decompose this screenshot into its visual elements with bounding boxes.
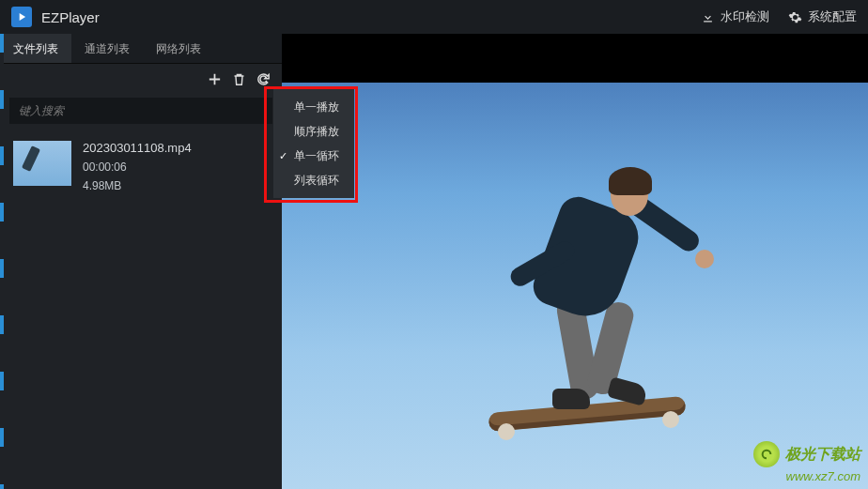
refresh-button[interactable]	[254, 69, 272, 88]
watermark-url: www.xz7.com	[753, 469, 860, 483]
tab-file-list[interactable]: 文件列表	[0, 34, 71, 63]
watermark-detect-button[interactable]: 水印检测	[701, 8, 769, 25]
system-config-button[interactable]: 系统配置	[788, 8, 857, 25]
file-thumbnail	[13, 141, 71, 186]
search-container	[9, 98, 272, 124]
file-duration: 00:00:06	[83, 160, 192, 174]
watermark-detect-label: 水印检测	[721, 8, 769, 25]
app-logo	[11, 7, 32, 27]
titlebar: EZPlayer 水印检测 系统配置	[0, 0, 868, 34]
tab-network-list[interactable]: 网络列表	[143, 34, 214, 63]
delete-button[interactable]	[229, 69, 248, 88]
search-input[interactable]	[9, 98, 272, 124]
system-config-label: 系统配置	[808, 8, 857, 25]
sidebar-toolbar	[0, 64, 282, 94]
main-area: 文件列表 通道列表 网络列表 202303011108.mp4 00:00	[0, 34, 868, 489]
file-list: 202303011108.mp4 00:00:06 4.98MB	[0, 133, 282, 200]
arrow-swirl-icon	[759, 447, 774, 462]
add-button[interactable]	[205, 69, 224, 88]
menu-sequential-play[interactable]: 顺序播放	[273, 119, 354, 144]
file-item[interactable]: 202303011108.mp4 00:00:06 4.98MB	[9, 133, 272, 200]
trash-icon	[231, 71, 247, 87]
plus-icon	[207, 71, 223, 87]
playback-mode-menu: 单一播放 顺序播放 单一循环 列表循环	[273, 89, 354, 198]
file-size: 4.98MB	[83, 179, 192, 192]
video-letterbox	[282, 34, 868, 83]
video-area[interactable]: 极光下载站 www.xz7.com	[282, 34, 868, 489]
watermark-text: 极光下载站	[785, 445, 860, 465]
gear-icon	[788, 10, 802, 24]
file-meta: 202303011108.mp4 00:00:06 4.98MB	[83, 141, 192, 192]
refresh-icon	[256, 71, 271, 87]
tab-channel-list[interactable]: 通道列表	[71, 34, 143, 63]
file-name: 202303011108.mp4	[83, 141, 192, 155]
download-icon	[701, 10, 715, 24]
menu-list-loop[interactable]: 列表循环	[273, 168, 354, 192]
play-logo-icon	[15, 10, 28, 23]
site-watermark: 极光下载站 www.xz7.com	[753, 441, 860, 483]
left-edge-decoration	[0, 34, 4, 489]
menu-single-loop[interactable]: 单一循环	[273, 144, 354, 168]
app-title: EZPlayer	[41, 9, 100, 25]
watermark-logo	[753, 441, 780, 467]
menu-single-play[interactable]: 单一播放	[273, 95, 354, 119]
sidebar: 文件列表 通道列表 网络列表 202303011108.mp4 00:00	[0, 34, 282, 489]
sidebar-tabs: 文件列表 通道列表 网络列表	[0, 34, 282, 64]
